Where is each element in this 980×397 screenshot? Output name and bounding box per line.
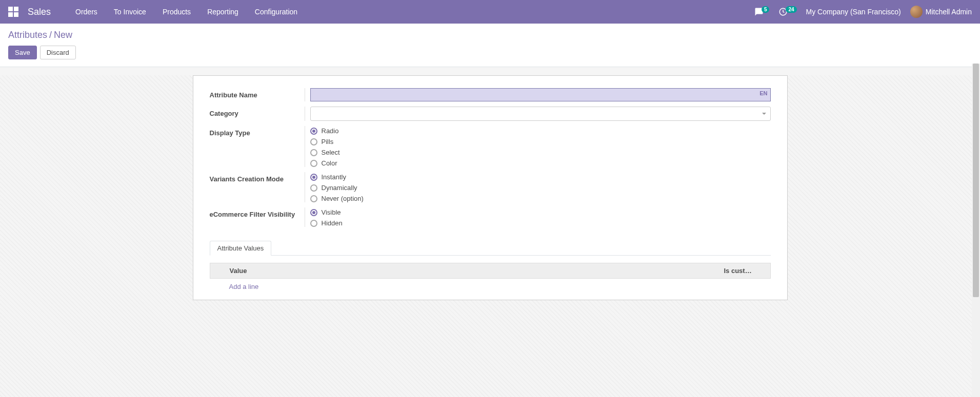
- col-header-is-custom[interactable]: Is cust…: [719, 263, 770, 278]
- display-type-options: RadioPillsSelectColor: [310, 126, 771, 167]
- radio-label: Hidden: [322, 219, 343, 227]
- top-navbar: Sales Orders To Invoice Products Reporti…: [0, 0, 980, 24]
- avatar-icon: [910, 6, 923, 18]
- variants-mode-option-1[interactable]: Dynamically: [310, 184, 771, 192]
- label-attribute-name: Attribute Name: [210, 88, 305, 99]
- radio-label: Color: [322, 159, 337, 167]
- menu-products[interactable]: Products: [154, 0, 199, 24]
- display-type-option-1[interactable]: Pills: [310, 138, 771, 145]
- radio-icon: [310, 149, 317, 156]
- category-select[interactable]: [310, 107, 771, 121]
- activities-badge: 24: [786, 6, 796, 13]
- nav-menu: Orders To Invoice Products Reporting Con…: [67, 0, 306, 24]
- save-button[interactable]: Save: [8, 46, 37, 59]
- ecom-visibility-option-0[interactable]: Visible: [310, 208, 771, 216]
- radio-icon: [310, 209, 317, 216]
- values-grid-body: Add a line: [210, 279, 771, 295]
- add-a-line[interactable]: Add a line: [210, 279, 771, 295]
- company-switcher[interactable]: My Company (San Francisco): [806, 8, 901, 16]
- radio-icon: [310, 195, 317, 202]
- radio-icon: [310, 184, 317, 192]
- row-display-type: Display Type RadioPillsSelectColor: [210, 126, 771, 167]
- radio-label: Dynamically: [322, 184, 357, 192]
- label-ecom-visibility: eCommerce Filter Visibility: [210, 207, 305, 218]
- display-type-option-0[interactable]: Radio: [310, 127, 771, 135]
- attribute-name-input[interactable]: [310, 88, 771, 101]
- row-variants-mode: Variants Creation Mode InstantlyDynamica…: [210, 172, 771, 202]
- app-brand[interactable]: Sales: [28, 7, 51, 17]
- row-attribute-name: Attribute Name EN: [210, 88, 771, 101]
- user-name: Mitchell Admin: [926, 8, 972, 16]
- form-sheet: Attribute Name EN Category Display Type …: [193, 75, 788, 300]
- radio-label: Instantly: [322, 173, 346, 181]
- row-ecom-visibility: eCommerce Filter Visibility VisibleHidde…: [210, 207, 771, 227]
- display-type-option-3[interactable]: Color: [310, 159, 771, 167]
- scrollbar-thumb[interactable]: [973, 64, 979, 297]
- control-panel: Attributes/New Save Discard: [0, 24, 980, 67]
- main-area: Attribute Name EN Category Display Type …: [0, 75, 980, 397]
- radio-label: Pills: [322, 138, 334, 145]
- apps-icon[interactable]: [8, 7, 18, 17]
- scrollbar[interactable]: [972, 64, 980, 397]
- radio-label: Radio: [322, 127, 339, 135]
- breadcrumb-current: New: [54, 30, 72, 40]
- label-category: Category: [210, 107, 305, 117]
- activities-icon[interactable]: 24: [778, 7, 796, 16]
- radio-label: Visible: [322, 208, 341, 216]
- breadcrumb-parent[interactable]: Attributes: [8, 30, 47, 40]
- chevron-down-icon: [762, 113, 766, 115]
- discard-button[interactable]: Discard: [40, 46, 76, 59]
- radio-label: Never (option): [322, 195, 364, 202]
- col-header-value[interactable]: Value: [210, 263, 719, 278]
- display-type-option-2[interactable]: Select: [310, 149, 771, 156]
- variants-mode-option-0[interactable]: Instantly: [310, 173, 771, 181]
- radio-icon: [310, 174, 317, 181]
- messages-icon[interactable]: 5: [754, 7, 770, 16]
- lang-badge[interactable]: EN: [759, 90, 767, 96]
- row-category: Category: [210, 107, 771, 121]
- tab-attribute-values[interactable]: Attribute Values: [210, 241, 272, 256]
- nav-right: 5 24 My Company (San Francisco) Mitchell…: [754, 6, 972, 18]
- ecom-visibility-option-1[interactable]: Hidden: [310, 219, 771, 227]
- radio-icon: [310, 138, 317, 145]
- radio-icon: [310, 160, 317, 167]
- menu-configuration[interactable]: Configuration: [247, 0, 306, 24]
- menu-to-invoice[interactable]: To Invoice: [106, 0, 154, 24]
- messages-badge: 5: [762, 6, 770, 13]
- variants-mode-options: InstantlyDynamicallyNever (option): [310, 172, 771, 202]
- radio-icon: [310, 220, 317, 227]
- menu-orders[interactable]: Orders: [67, 0, 106, 24]
- radio-icon: [310, 128, 317, 135]
- menu-reporting[interactable]: Reporting: [199, 0, 247, 24]
- action-buttons: Save Discard: [8, 46, 972, 59]
- label-display-type: Display Type: [210, 126, 305, 137]
- user-menu[interactable]: Mitchell Admin: [910, 6, 972, 18]
- radio-label: Select: [322, 149, 340, 156]
- breadcrumb: Attributes/New: [8, 30, 972, 40]
- ecom-visibility-options: VisibleHidden: [310, 207, 771, 227]
- tab-bar: Attribute Values: [210, 240, 771, 256]
- variants-mode-option-2[interactable]: Never (option): [310, 195, 771, 202]
- label-variants-mode: Variants Creation Mode: [210, 172, 305, 183]
- values-grid-header: Value Is cust…: [210, 263, 771, 279]
